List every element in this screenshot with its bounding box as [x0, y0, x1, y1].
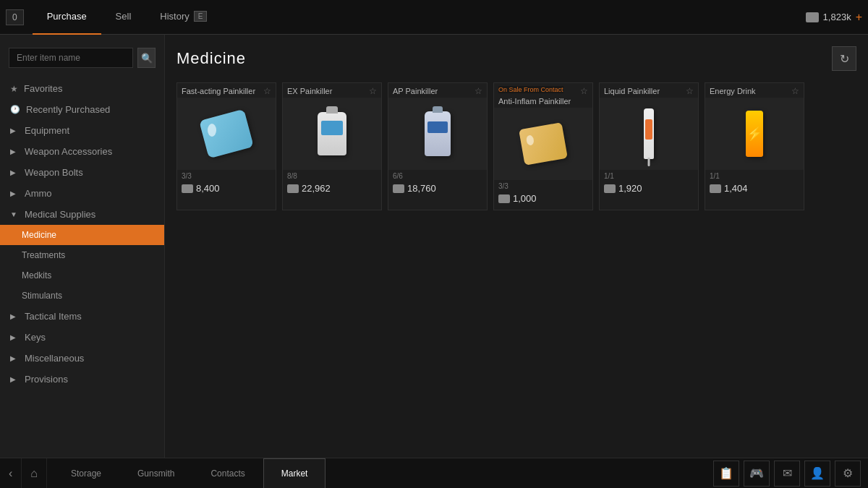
bottom-bar: ‹ ⌂ Storage Gunsmith Contacts Market 📋 🎮… — [0, 458, 868, 488]
sidebar-item-weapon-accessories[interactable]: ▶ Weapon Accessories — [0, 141, 164, 162]
arrow-right-icon: ▶ — [10, 147, 19, 155]
sidebar-item-ammo[interactable]: ▶ Ammo — [0, 183, 164, 204]
tab-sell[interactable]: Sell — [101, 0, 146, 35]
sidebar-item-label: Weapon Accessories — [25, 146, 112, 157]
card-image — [283, 98, 381, 170]
sidebar-item-label: Stimulants — [22, 291, 62, 301]
card-stock: 3/3 — [494, 180, 592, 190]
sidebar-item-weapon-bolts[interactable]: ▶ Weapon Bolts — [0, 162, 164, 183]
product-card-energy-drink[interactable]: Energy Drink ☆ 1/1 1,404 — [705, 82, 804, 210]
search-button[interactable]: 🔍 — [137, 48, 156, 68]
card-name: Liquid Painkiller — [604, 86, 660, 96]
search-input[interactable] — [9, 48, 133, 68]
price-value: 8,400 — [196, 183, 220, 194]
product-card-anti-inflam-painkiller[interactable]: On Sale From Contact Anti-Inflam Painkil… — [493, 82, 593, 210]
strip-pills-image — [519, 122, 568, 166]
counter-display: 0 — [6, 9, 24, 25]
sidebar-item-label: Medicine — [22, 230, 56, 240]
sidebar-item-miscellaneous[interactable]: ▶ Miscellaneous — [0, 348, 164, 369]
card-header: Energy Drink ☆ — [705, 83, 804, 98]
tab-storage[interactable]: Storage — [53, 458, 119, 489]
add-currency-button[interactable]: + — [856, 11, 862, 24]
tab-key-e: E — [194, 11, 208, 22]
currency-icon — [710, 184, 721, 193]
favorite-star-icon[interactable]: ☆ — [580, 86, 588, 96]
favorite-star-icon[interactable]: ☆ — [369, 86, 377, 96]
refresh-button[interactable]: ↻ — [832, 46, 856, 71]
product-card-ex-painkiller[interactable]: EX Painkiller ☆ 8/8 22,962 — [282, 82, 382, 210]
product-card-fast-acting-painkiller[interactable]: Fast-acting Painkiller ☆ 3/3 8,400 — [176, 82, 276, 210]
currency-icon — [287, 184, 299, 193]
arrow-right-icon: ▶ — [10, 333, 19, 341]
card-price: 18,760 — [388, 180, 487, 200]
sidebar-item-stimulants[interactable]: Stimulants — [0, 286, 164, 306]
sidebar-item-keys[interactable]: ▶ Keys — [0, 327, 164, 348]
sidebar-item-label: Equipment — [25, 125, 69, 136]
card-price: 8,400 — [177, 180, 276, 200]
sidebar-item-provisions[interactable]: ▶ Provisions — [0, 369, 164, 390]
favorite-star-icon[interactable]: ☆ — [791, 86, 799, 96]
sidebar-item-label: Provisions — [25, 374, 68, 385]
card-name: Anti-Inflam Painkiller — [498, 96, 571, 106]
settings-icon-button[interactable]: ⚙ — [835, 461, 861, 487]
counter-value: 0 — [12, 12, 17, 22]
currency-icon — [806, 12, 819, 22]
sidebar-item-label: Miscellaneous — [25, 353, 84, 364]
price-value: 22,962 — [302, 183, 331, 194]
sidebar-item-equipment[interactable]: ▶ Equipment — [0, 120, 164, 141]
pills-image — [199, 109, 254, 159]
card-image — [177, 98, 276, 170]
card-header: Liquid Painkiller ☆ — [600, 83, 698, 98]
sidebar-item-label: Favorites — [24, 83, 62, 94]
user-icon-button[interactable]: 👤 — [804, 461, 830, 487]
back-button[interactable]: ‹ — [0, 458, 22, 489]
sidebar-item-tactical-items[interactable]: ▶ Tactical Items — [0, 306, 164, 327]
controller-icon-button[interactable]: 🎮 — [744, 461, 770, 487]
card-stock: 6/6 — [388, 170, 487, 180]
product-header: Medicine ↻ — [176, 46, 856, 71]
sidebar-item-medical-supplies[interactable]: ▼ Medical Supplies — [0, 204, 164, 225]
sidebar-item-label: Medkits — [22, 270, 51, 281]
home-button[interactable]: ⌂ — [22, 458, 47, 489]
card-image — [494, 108, 592, 180]
sidebar-item-treatments[interactable]: Treatments — [0, 245, 164, 265]
tab-history[interactable]: History E — [145, 0, 221, 35]
mail-icon-button[interactable]: ✉ — [774, 461, 800, 487]
sidebar-item-label: Weapon Bolts — [25, 167, 83, 178]
card-price: 22,962 — [283, 180, 381, 200]
favorite-star-icon[interactable]: ☆ — [263, 86, 271, 96]
tab-purchase[interactable]: Purchase — [33, 0, 101, 35]
currency-icon — [498, 194, 510, 203]
bottle-image — [318, 112, 346, 155]
sidebar-item-medkits[interactable]: Medkits — [0, 265, 164, 286]
price-value: 1,404 — [724, 183, 748, 194]
product-card-ap-painkiller[interactable]: AP Painkiller ☆ 6/6 18,760 — [388, 82, 488, 210]
card-name: Fast-acting Painkiller — [182, 86, 255, 96]
card-price: 1,404 — [705, 180, 804, 200]
currency-amount: 1,823k — [823, 12, 851, 22]
arrow-right-icon: ▶ — [10, 375, 19, 383]
card-image — [705, 98, 804, 170]
clipboard-icon-button[interactable]: 📋 — [713, 461, 739, 487]
favorite-star-icon[interactable]: ☆ — [475, 86, 482, 96]
tab-gunsmith[interactable]: Gunsmith — [119, 458, 192, 489]
price-value: 18,760 — [407, 183, 436, 194]
favorite-star-icon[interactable]: ☆ — [686, 86, 694, 96]
sidebar-item-label: Ammo — [25, 188, 52, 199]
sidebar-item-medicine[interactable]: Medicine — [0, 225, 164, 245]
tab-market[interactable]: Market — [263, 458, 326, 489]
on-sale-badge: On Sale From Contact — [498, 86, 563, 93]
bottom-icons: 📋 🎮 ✉ 👤 ⚙ — [712, 459, 868, 488]
card-name: EX Painkiller — [287, 86, 332, 96]
bottom-tab-group: Storage Gunsmith Contacts Market — [47, 458, 712, 489]
product-card-liquid-painkiller[interactable]: Liquid Painkiller ☆ 1/1 1,920 — [599, 82, 699, 210]
currency-icon — [182, 184, 193, 193]
tab-contacts[interactable]: Contacts — [192, 458, 263, 489]
top-bar-right: 1,823k + — [806, 11, 862, 24]
sidebar-item-recently-purchased[interactable]: 🕐 Recently Purchased — [0, 99, 164, 120]
card-name: Energy Drink — [710, 86, 756, 96]
arrow-right-icon: ▶ — [10, 127, 19, 134]
main-content: 🔍 ★ Favorites 🕐 Recently Purchased ▶ Equ… — [0, 35, 868, 458]
sidebar-item-favorites[interactable]: ★ Favorites — [0, 78, 164, 99]
card-stock: 1/1 — [600, 170, 698, 180]
